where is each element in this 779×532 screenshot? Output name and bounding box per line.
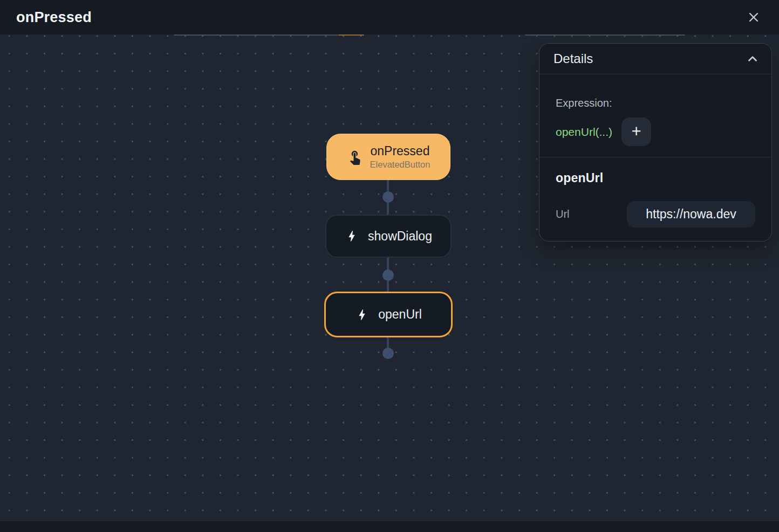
occluded-node-edge: [174, 34, 338, 36]
bolt-icon: [345, 229, 359, 243]
flow-editor-window: onPressed ElevatedButton showDialog open…: [0, 0, 779, 532]
title-bar: onPressed: [0, 0, 779, 34]
details-panel: Details Expression: openUrl(...) + openU…: [539, 43, 772, 241]
node-label: showDialog: [368, 229, 432, 244]
node-showdialog[interactable]: showDialog: [325, 215, 452, 258]
page-title: onPressed: [16, 9, 92, 26]
touch-app-icon: [347, 149, 363, 165]
close-icon[interactable]: [744, 8, 763, 26]
details-panel-header[interactable]: Details: [539, 44, 771, 74]
connector-dot[interactable]: [382, 348, 394, 359]
node-openurl[interactable]: openUrl: [324, 292, 453, 337]
node-label: openUrl: [378, 307, 422, 322]
add-expression-button[interactable]: +: [621, 118, 651, 146]
url-input[interactable]: https://nowa.dev: [627, 201, 755, 227]
bolt-icon: [355, 308, 369, 322]
expression-label: Expression:: [556, 97, 755, 109]
expression-value[interactable]: openUrl(...): [556, 126, 612, 139]
chevron-up-icon[interactable]: [746, 52, 760, 66]
action-title: openUrl: [556, 171, 755, 185]
url-field-label: Url: [556, 208, 570, 220]
connector-dot[interactable]: [382, 270, 394, 281]
trigger-node-title: onPressed: [371, 144, 430, 158]
occluded-node-edge-accent: [338, 34, 364, 36]
bottom-bar: [0, 521, 779, 532]
trigger-node-subtitle: ElevatedButton: [370, 160, 430, 170]
action-section: openUrl Url https://nowa.dev: [539, 157, 771, 241]
node-onpressed-trigger[interactable]: onPressed ElevatedButton: [326, 134, 450, 180]
occluded-node-edge: [525, 34, 685, 36]
connector-dot[interactable]: [382, 191, 394, 203]
url-field-row: Url https://nowa.dev: [556, 201, 755, 227]
details-panel-title: Details: [554, 51, 593, 66]
expression-section: Expression: openUrl(...) +: [539, 74, 771, 157]
